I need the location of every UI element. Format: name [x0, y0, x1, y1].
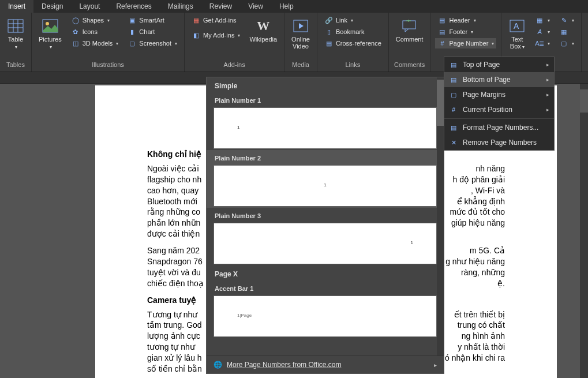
more-page-numbers-label: More Page Numbers from Office.com [227, 361, 342, 369]
menu-label: Page Margins [463, 91, 542, 99]
gallery-plain-number-3[interactable]: Plain Number 3 1 [207, 208, 444, 265]
page-number-sample: 1|Page [237, 313, 252, 318]
menu-remove-page-numbers[interactable]: ✕Remove Page Numbers [444, 135, 554, 150]
svg-text:A: A [514, 21, 519, 31]
wikipedia-label: Wikipedia [249, 36, 277, 43]
link-label: Link [336, 17, 347, 24]
menu-format-page-numbers[interactable]: ▤Format Page Numbers... [444, 120, 554, 135]
option-label: Plain Number 2 [214, 151, 437, 165]
more-page-numbers[interactable]: 🌐 More Page Numbers from Office.com ▸ [207, 356, 444, 373]
get-addins-label: Get Add-ins [203, 17, 236, 24]
page-number-sample: 1 [324, 182, 326, 188]
globe-icon: 🌐 [214, 361, 222, 369]
get-addins-button[interactable]: ▦Get Add-ins [189, 15, 242, 25]
group-tables-label: Tables [5, 61, 27, 69]
comment-button[interactable]: Comment [394, 15, 426, 45]
chevron-right-icon: ▸ [546, 62, 549, 68]
shapes-icon: ◯ [71, 16, 80, 25]
pictures-label: Pictures [39, 36, 62, 43]
textbox-label: Text Box [510, 36, 523, 50]
gallery-plain-number-2[interactable]: Plain Number 2 1 [207, 150, 444, 208]
wikipedia-button[interactable]: W Wikipedia [247, 15, 279, 45]
quickparts-button[interactable]: ▦▾ [533, 15, 552, 25]
gallery-scrollbar[interactable] [437, 77, 444, 355]
menu-bottom-of-page[interactable]: ▤Bottom of Page▸ [444, 72, 554, 87]
date-icon: ▦ [559, 27, 568, 36]
tab-view[interactable]: View [240, 0, 271, 13]
wordart-button[interactable]: A▾ [533, 27, 552, 37]
tab-references[interactable]: References [108, 0, 159, 13]
header-button[interactable]: ▤Header▾ [435, 15, 496, 25]
preview: 1 [214, 223, 437, 264]
tab-insert[interactable]: Insert [0, 0, 33, 13]
header-icon: ▤ [437, 16, 447, 25]
icons-button[interactable]: ✿Icons [69, 27, 121, 37]
my-addins-label: My Add-ins [203, 32, 234, 39]
vertical-scrollbar[interactable] [580, 84, 588, 378]
tab-mailings[interactable]: Mailings [160, 0, 201, 13]
my-addins-button[interactable]: ◧My Add-ins▾ [189, 30, 242, 40]
svg-point-6 [46, 22, 49, 25]
scrollbar-thumb[interactable] [437, 80, 444, 126]
icons-label: Icons [83, 28, 98, 35]
datetime-button[interactable]: ▦ [557, 27, 576, 37]
menu-top-of-page[interactable]: ▤Top of Page▸ [444, 57, 554, 72]
link-icon: 🔗 [324, 16, 334, 25]
ribbon-tabs: Insert Design Layout References Mailings… [0, 0, 588, 13]
tab-help[interactable]: Help [271, 0, 302, 13]
parts-icon: ▦ [535, 16, 544, 25]
preview: 1 [214, 165, 437, 207]
object-button[interactable]: ▢▾ [557, 38, 576, 48]
option-label: Plain Number 1 [214, 93, 437, 107]
group-links-label: Links [322, 61, 384, 69]
chart-button[interactable]: ▮Chart [125, 27, 179, 37]
gallery-plain-number-1[interactable]: Plain Number 1 1 [207, 92, 444, 150]
3dmodels-button[interactable]: ◫3D Models▾ [69, 38, 121, 48]
gallery-accent-bar-1[interactable]: Accent Bar 1 1|Page [207, 280, 444, 338]
menu-label: Current Position [463, 106, 542, 114]
pictures-button[interactable]: Pictures▾ [36, 15, 64, 53]
pictures-icon [42, 17, 59, 35]
menu-label: Format Page Numbers... [463, 123, 549, 132]
table-icon [7, 17, 24, 35]
gallery-section-pagex: Page X [207, 265, 444, 280]
menu-label: Remove Page Numbers [463, 139, 549, 147]
crossref-icon: ▤ [324, 39, 334, 48]
cross-reference-button[interactable]: ▤Cross-reference [322, 38, 384, 48]
link-button[interactable]: 🔗Link▾ [322, 15, 384, 25]
screenshot-button[interactable]: ▢Screenshot▾ [125, 38, 179, 48]
bookmark-button[interactable]: ▯Bookmark [322, 27, 384, 37]
menu-page-margins[interactable]: ▢Page Margins▸ [444, 87, 554, 102]
page-icon: # [449, 105, 458, 114]
scrollbar-thumb[interactable] [580, 89, 588, 113]
page-number-menu: ▤Top of Page▸ ▤Bottom of Page▸ ▢Page Mar… [444, 57, 555, 151]
page-icon: ▤ [449, 75, 458, 84]
group-comments-label: Comments [394, 61, 426, 69]
page-number-label: Page Number [449, 40, 488, 47]
dropcap-button[interactable]: A≣▾ [533, 38, 552, 48]
tab-layout[interactable]: Layout [71, 0, 108, 13]
tab-review[interactable]: Review [201, 0, 240, 13]
shapes-button[interactable]: ◯Shapes▾ [69, 15, 121, 25]
preview: 1|Page [214, 295, 437, 337]
menu-label: Top of Page [463, 61, 542, 69]
smartart-label: SmartArt [139, 17, 164, 24]
footer-icon: ▤ [437, 27, 447, 36]
footer-label: Footer [449, 28, 467, 35]
table-button[interactable]: Table▾ [5, 15, 27, 53]
chart-label: Chart [139, 28, 155, 35]
menu-current-position[interactable]: #Current Position▸ [444, 102, 554, 117]
header-label: Header [449, 17, 470, 24]
online-video-button[interactable]: Online Video [289, 15, 312, 52]
option-label: Accent Bar 1 [214, 282, 437, 295]
page-number-gallery: Simple Plain Number 1 1 Plain Number 2 1… [206, 77, 444, 374]
smartart-button[interactable]: ▣SmartArt [125, 15, 179, 25]
bookmark-icon: ▯ [324, 27, 334, 36]
signature-button[interactable]: ✎▾ [557, 15, 576, 25]
bookmark-label: Bookmark [336, 28, 365, 35]
textbox-button[interactable]: A Text Box▾ [506, 15, 528, 53]
video-label: Online Video [291, 36, 310, 50]
tab-design[interactable]: Design [33, 0, 71, 13]
page-number-button[interactable]: #Page Number▾ [435, 38, 496, 48]
footer-button[interactable]: ▤Footer▾ [435, 27, 496, 37]
